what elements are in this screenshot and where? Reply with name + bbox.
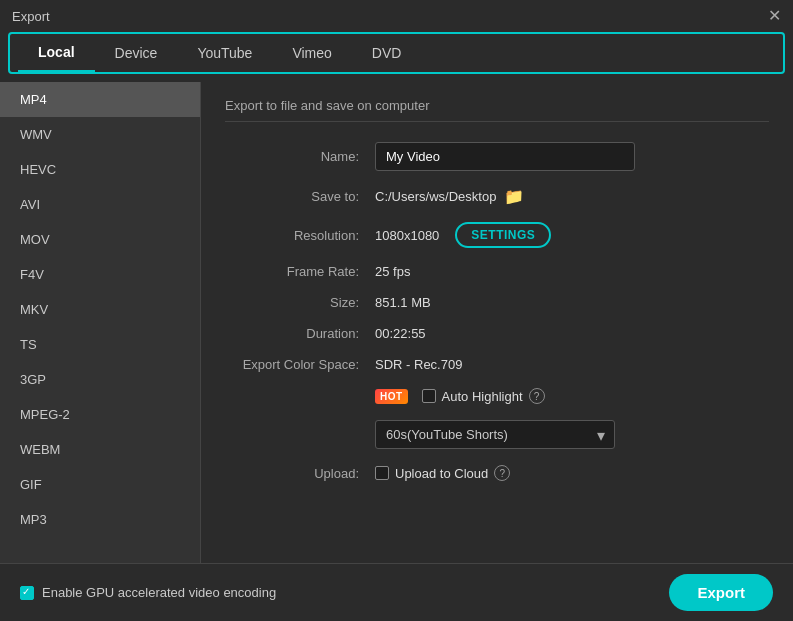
tab-vimeo[interactable]: Vimeo <box>272 35 351 71</box>
frame-rate-row: Frame Rate: 25 fps <box>225 264 769 279</box>
upload-cloud-checkbox[interactable] <box>375 466 389 480</box>
name-row: Name: <box>225 142 769 171</box>
resolution-label: Resolution: <box>225 228 375 243</box>
bottom-bar: Enable GPU accelerated video encoding Ex… <box>0 563 793 621</box>
format-mov[interactable]: MOV <box>0 222 200 257</box>
export-window: Export ✕ Local Device YouTube Vimeo DVD … <box>0 0 793 621</box>
save-path-value: C:/Users/ws/Desktop <box>375 189 496 204</box>
auto-highlight-checkbox[interactable] <box>422 389 436 403</box>
size-label: Size: <box>225 295 375 310</box>
size-value: 851.1 MB <box>375 295 431 310</box>
auto-highlight-help-icon[interactable]: ? <box>529 388 545 404</box>
name-input[interactable] <box>375 142 635 171</box>
frame-rate-value: 25 fps <box>375 264 410 279</box>
export-panel: Export to file and save on computer Name… <box>201 82 793 563</box>
tab-dvd[interactable]: DVD <box>352 35 422 71</box>
auto-highlight-container: HOT Auto Highlight ? <box>375 388 545 404</box>
tab-bar: Local Device YouTube Vimeo DVD <box>8 32 785 74</box>
format-3gp[interactable]: 3GP <box>0 362 200 397</box>
upload-help-icon[interactable]: ? <box>494 465 510 481</box>
format-ts[interactable]: TS <box>0 327 200 362</box>
format-webm[interactable]: WEBM <box>0 432 200 467</box>
hot-badge: HOT <box>375 389 408 404</box>
upload-label: Upload: <box>225 466 375 481</box>
tab-device[interactable]: Device <box>95 35 178 71</box>
auto-highlight-label: Auto Highlight <box>442 389 523 404</box>
resolution-value: 1080x1080 <box>375 228 439 243</box>
format-wmv[interactable]: WMV <box>0 117 200 152</box>
format-mkv[interactable]: MKV <box>0 292 200 327</box>
format-list: MP4 WMV HEVC AVI MOV F4V MKV TS 3GP MPEG… <box>0 82 200 563</box>
folder-icon[interactable]: 📁 <box>504 187 524 206</box>
window-title: Export <box>12 9 50 24</box>
gpu-checkbox[interactable] <box>20 586 34 600</box>
upload-row: Upload: Upload to Cloud ? <box>225 465 769 481</box>
size-row: Size: 851.1 MB <box>225 295 769 310</box>
duration-row: Duration: 00:22:55 <box>225 326 769 341</box>
duration-value: 00:22:55 <box>375 326 426 341</box>
color-space-label: Export Color Space: <box>225 357 375 372</box>
save-to-row: Save to: C:/Users/ws/Desktop 📁 <box>225 187 769 206</box>
save-path-container: C:/Users/ws/Desktop 📁 <box>375 187 524 206</box>
upload-cloud-label: Upload to Cloud <box>395 466 488 481</box>
name-label: Name: <box>225 149 375 164</box>
duration-label: Duration: <box>225 326 375 341</box>
auto-highlight-row: HOT Auto Highlight ? <box>225 388 769 404</box>
highlight-duration-dropdown[interactable]: 60s(YouTube Shorts) 30s 15s Custom <box>375 420 615 449</box>
tab-local[interactable]: Local <box>18 34 95 72</box>
export-button[interactable]: Export <box>669 574 773 611</box>
title-bar: Export ✕ <box>0 0 793 32</box>
color-space-row: Export Color Space: SDR - Rec.709 <box>225 357 769 372</box>
format-mp4[interactable]: MP4 <box>0 82 200 117</box>
format-avi[interactable]: AVI <box>0 187 200 222</box>
format-f4v[interactable]: F4V <box>0 257 200 292</box>
settings-button[interactable]: SETTINGS <box>455 222 551 248</box>
panel-title: Export to file and save on computer <box>225 98 769 122</box>
highlight-duration-dropdown-wrapper: 60s(YouTube Shorts) 30s 15s Custom <box>375 420 615 449</box>
tab-youtube[interactable]: YouTube <box>177 35 272 71</box>
gpu-label: Enable GPU accelerated video encoding <box>42 585 276 600</box>
content-area: MP4 WMV HEVC AVI MOV F4V MKV TS 3GP MPEG… <box>0 82 793 563</box>
upload-container: Upload to Cloud ? <box>375 465 510 481</box>
format-gif[interactable]: GIF <box>0 467 200 502</box>
format-mp3[interactable]: MP3 <box>0 502 200 537</box>
resolution-row: Resolution: 1080x1080 SETTINGS <box>225 222 769 248</box>
close-button[interactable]: ✕ <box>768 8 781 24</box>
save-to-label: Save to: <box>225 189 375 204</box>
format-hevc[interactable]: HEVC <box>0 152 200 187</box>
color-space-value: SDR - Rec.709 <box>375 357 462 372</box>
gpu-row: Enable GPU accelerated video encoding <box>20 585 276 600</box>
highlight-duration-row: 60s(YouTube Shorts) 30s 15s Custom <box>225 420 769 449</box>
format-mpeg2[interactable]: MPEG-2 <box>0 397 200 432</box>
frame-rate-label: Frame Rate: <box>225 264 375 279</box>
